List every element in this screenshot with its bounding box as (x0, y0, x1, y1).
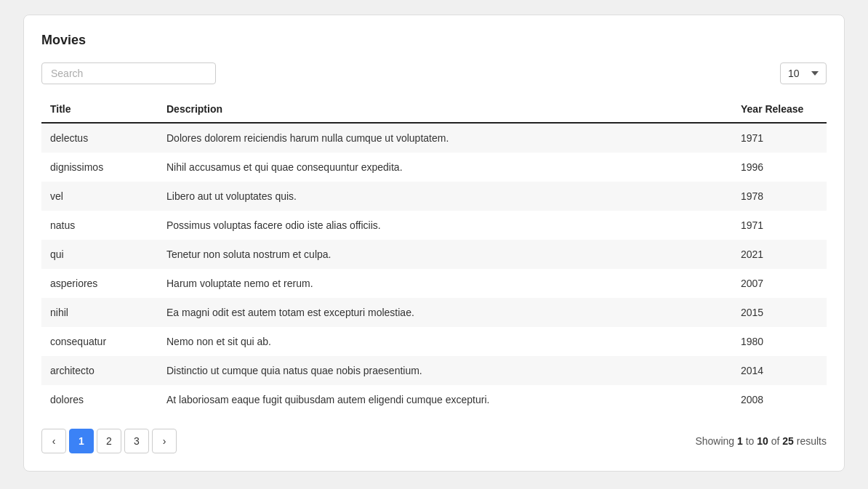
cell-year: 2008 (732, 385, 827, 414)
table-row: nihilEa magni odit est autem totam est e… (41, 298, 827, 327)
pagination-bar: ‹ 1 2 3 › Showing 1 to 10 of 25 results (41, 429, 827, 453)
cell-description: Nihil accusamus et qui quae consequuntur… (158, 153, 732, 182)
cell-title: consequatur (41, 327, 158, 356)
cell-description: Harum voluptate nemo et rerum. (158, 269, 732, 298)
cell-title: dolores (41, 385, 158, 414)
cell-year: 1980 (732, 327, 827, 356)
cell-title: architecto (41, 356, 158, 385)
cell-description: Tenetur non soluta nostrum et culpa. (158, 240, 732, 269)
cell-description: Nemo non et sit qui ab. (158, 327, 732, 356)
cell-title: natus (41, 211, 158, 240)
cell-description: Libero aut ut voluptates quis. (158, 182, 732, 211)
pagination: ‹ 1 2 3 › (41, 429, 177, 453)
of-label: of (771, 435, 780, 447)
cell-title: delectus (41, 123, 158, 153)
cell-year: 1971 (732, 211, 827, 240)
col-header-year: Year Release (732, 96, 827, 123)
showing-to: 10 (757, 435, 768, 447)
table-row: natusPossimus voluptas facere odio iste … (41, 211, 827, 240)
cell-year: 2007 (732, 269, 827, 298)
table-body: delectusDolores dolorem reiciendis harum… (41, 123, 827, 414)
table-row: dignissimosNihil accusamus et qui quae c… (41, 153, 827, 182)
col-header-title: Title (41, 96, 158, 123)
movies-table: Title Description Year Release delectusD… (41, 96, 827, 414)
cell-description: Ea magni odit est autem totam est except… (158, 298, 732, 327)
cell-description: Dolores dolorem reiciendis harum nulla c… (158, 123, 732, 153)
per-page-select[interactable]: 10 25 50 100 (780, 62, 827, 84)
cell-title: vel (41, 182, 158, 211)
cell-year: 1971 (732, 123, 827, 153)
page-prev-button[interactable]: ‹ (41, 429, 66, 453)
table-row: quiTenetur non soluta nostrum et culpa.2… (41, 240, 827, 269)
table-row: consequaturNemo non et sit qui ab.1980 (41, 327, 827, 356)
cell-year: 1996 (732, 153, 827, 182)
page-2-button[interactable]: 2 (97, 429, 121, 453)
page-3-button[interactable]: 3 (124, 429, 149, 453)
results-label: results (797, 435, 827, 447)
movies-card: Movies 10 25 50 100 Title Description Ye… (23, 15, 845, 472)
showing-label: Showing (695, 435, 734, 447)
table-row: asperioresHarum voluptate nemo et rerum.… (41, 269, 827, 298)
cell-title: nihil (41, 298, 158, 327)
cell-year: 2015 (732, 298, 827, 327)
table-row: delectusDolores dolorem reiciendis harum… (41, 123, 827, 153)
cell-title: dignissimos (41, 153, 158, 182)
cell-description: Distinctio ut cumque quia natus quae nob… (158, 356, 732, 385)
cell-year: 2021 (732, 240, 827, 269)
card-title: Movies (41, 33, 827, 48)
table-row: architectoDistinctio ut cumque quia natu… (41, 356, 827, 385)
cell-title: asperiores (41, 269, 158, 298)
toolbar: 10 25 50 100 (41, 62, 827, 84)
showing-total: 25 (782, 435, 794, 447)
table-row: doloresAt laboriosam eaque fugit quibusd… (41, 385, 827, 414)
table-row: velLibero aut ut voluptates quis.1978 (41, 182, 827, 211)
col-header-description: Description (158, 96, 732, 123)
search-input[interactable] (41, 62, 216, 84)
page-next-button[interactable]: › (152, 429, 177, 453)
to-label: to (746, 435, 755, 447)
pagination-info: Showing 1 to 10 of 25 results (695, 435, 827, 447)
cell-description: Possimus voluptas facere odio iste alias… (158, 211, 732, 240)
cell-year: 1978 (732, 182, 827, 211)
cell-title: qui (41, 240, 158, 269)
table-header: Title Description Year Release (41, 96, 827, 123)
cell-year: 2014 (732, 356, 827, 385)
page-1-button[interactable]: 1 (69, 429, 94, 453)
cell-description: At laboriosam eaque fugit quibusdam aute… (158, 385, 732, 414)
showing-from: 1 (737, 435, 743, 447)
